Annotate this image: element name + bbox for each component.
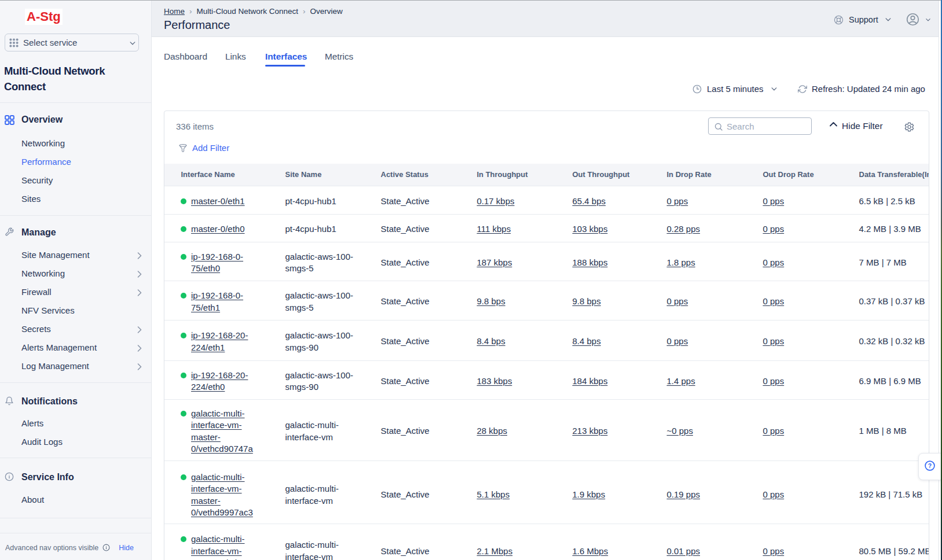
- svg-text:?: ?: [928, 463, 932, 469]
